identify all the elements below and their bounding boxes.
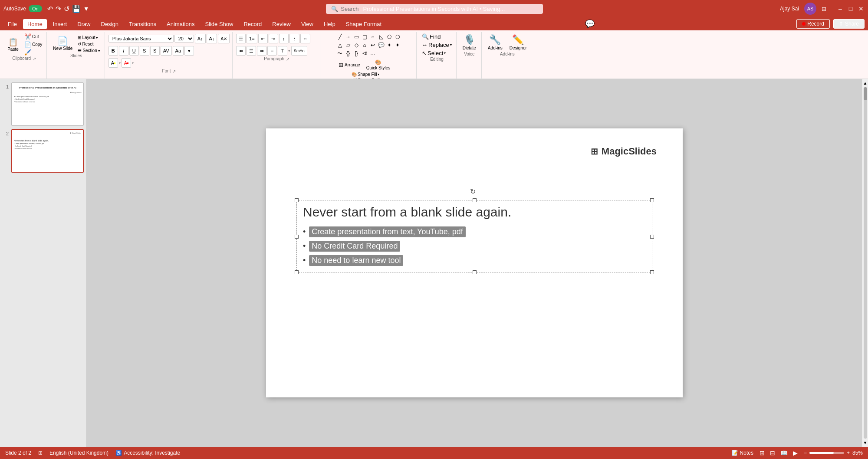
columns-btn[interactable]: ⋮ [289,34,299,43]
paste-button[interactable]: 📋 Paste [4,36,22,52]
shape-funnel[interactable]: ⏿ [361,49,368,57]
record-button[interactable]: Record [796,19,830,29]
scroll-down-icon[interactable]: ▼ [863,440,868,445]
underline-button[interactable]: U [129,46,139,56]
shape-trapezoid[interactable]: ⌂ [361,41,368,49]
shape-star4[interactable]: ✦ [385,41,393,49]
menu-home[interactable]: Home [23,19,47,29]
menu-draw[interactable]: Draw [73,19,95,29]
redo-icon[interactable]: ↷ [56,5,61,13]
shape-wave[interactable]: 〜 [336,49,344,57]
designer-button[interactable]: ✏️ Designer [507,33,529,52]
menu-review[interactable]: Review [268,19,295,29]
autosave-toggle[interactable]: On [29,5,42,12]
numbering-btn[interactable]: 1≡ [247,34,257,43]
scroll-up-icon[interactable]: ▲ [863,81,868,85]
shape-line[interactable]: ╱ [336,33,344,41]
zoom-in-icon[interactable]: + [847,450,850,456]
menu-shapeformat[interactable]: Shape Format [342,19,386,29]
search-input[interactable] [341,6,538,12]
slide-preview-1[interactable]: Professional Presentations in Seconds wi… [11,82,84,126]
shape-rt-triangle[interactable]: ◺ [377,33,385,41]
user-avatar[interactable]: AS [804,3,816,15]
menu-record[interactable]: Record [239,19,266,29]
shape-pentagon[interactable]: ⬠ [385,33,393,41]
slideshow-btn[interactable]: ▶ [791,449,799,457]
maximize-icon[interactable]: □ [847,5,854,12]
shape-hexagon[interactable]: ⬡ [394,33,401,41]
shape-parallelogram[interactable]: ▱ [344,41,352,49]
handle-bottom-right[interactable] [650,270,654,274]
menu-view[interactable]: View [297,19,318,29]
normal-view-btn[interactable]: ⊞ [758,449,766,457]
slide-thumb-2[interactable]: 2 🖥 MagicSlides Never start from a blank… [3,129,84,173]
handle-middle-right[interactable] [650,235,654,239]
font-color-btn[interactable]: A [122,58,131,68]
section-button[interactable]: ☰ Section ▾ [76,48,102,53]
shape-diamond[interactable]: ◇ [352,41,360,49]
comment-icon[interactable]: 💬 [585,19,595,29]
refresh-icon[interactable]: ↺ [64,5,69,13]
shape-rect[interactable]: ▭ [352,33,360,41]
menu-help[interactable]: Help [319,19,340,29]
handle-top-left[interactable] [295,198,299,202]
shape-arrow[interactable]: → [344,33,352,41]
shape-callout[interactable]: 💬 [377,41,385,49]
accessibility-info[interactable]: ♿ Accessibility: Investigate [115,450,180,456]
shape-bracket[interactable]: {} [344,49,352,57]
strikethrough-button[interactable]: S [140,46,149,56]
cut-button[interactable]: ✂️ Cut [23,33,44,40]
align-center-btn[interactable]: ☰ [247,46,256,56]
italic-button[interactable]: I [119,46,128,56]
shape-oval[interactable]: ○ [369,33,377,41]
shape-fill-btn[interactable]: 🎨 Shape Fill ▾ [350,72,389,77]
menu-slideshow[interactable]: Slide Show [201,19,237,29]
menu-design[interactable]: Design [97,19,123,29]
charspacing-button[interactable]: AV [161,46,172,56]
menu-insert[interactable]: Insert [49,19,72,29]
smart-art-btn[interactable]: SmArt [291,46,307,56]
menu-transitions[interactable]: Transitions [125,19,161,29]
canvas-area[interactable]: ⊞ MagicSlides ↻ Never start from a blank… [87,79,862,447]
shadow-button[interactable]: S [150,46,160,56]
highlight-color-btn[interactable]: A [108,58,118,68]
text-box-selected[interactable]: ↻ Never start from a blank slide again. … [296,200,652,272]
decrease-indent-btn[interactable]: ⇤ [258,34,268,43]
format-painter-button[interactable]: 🖌️ [23,49,44,56]
shape-curved-arrow[interactable]: ↩ [369,41,377,49]
layout-button[interactable]: ⊞ Layout ▾ [76,35,102,40]
quick-styles-button[interactable]: 🎨 Quick Styles [364,58,393,72]
menu-file[interactable]: File [3,19,21,29]
handle-bottom-left[interactable] [295,270,299,274]
font-family-select[interactable]: Plus Jakarta Sans [108,35,174,43]
window-icon1[interactable]: ⊟ [822,6,826,12]
addins-button[interactable]: 🔧 Add-ins [485,33,505,52]
handle-bottom-center[interactable] [473,270,477,274]
share-button[interactable]: ⇑ Share [833,19,865,29]
handle-top-center[interactable] [473,198,477,202]
align-left-btn[interactable]: ⬅ [236,46,246,56]
close-icon[interactable]: ✕ [858,5,865,12]
text-dir-btn[interactable]: ↔ [300,34,310,43]
decrease-font-btn[interactable]: A↓ [207,34,217,43]
menu-animations[interactable]: Animations [162,19,199,29]
scroll-track[interactable] [864,87,867,439]
copy-button[interactable]: 📄 Copy [23,41,44,48]
new-slide-button[interactable]: 📄 New Slide [50,34,75,52]
notes-button[interactable]: 📝 Notes [732,450,753,456]
slide-preview-2[interactable]: 🖥 MagicSlides Never start from a blank s… [11,129,84,173]
clear-formatting-btn[interactable]: A✕ [218,34,230,43]
rotate-handle[interactable]: ↻ [470,187,476,196]
line-spacing-btn[interactable]: ↕ [279,34,289,43]
zoom-out-icon[interactable]: − [804,450,807,456]
zoom-slider[interactable] [809,452,844,454]
find-button[interactable]: 🔍 Find [420,33,454,40]
shape-rounded-rect[interactable]: ▢ [361,33,368,41]
replace-button[interactable]: ↔ Replace ▾ [420,41,454,49]
slide-thumb-1[interactable]: 1 Professional Presentations in Seconds … [3,82,84,126]
save-icon[interactable]: 💾 [72,5,81,13]
shape-brace[interactable]: [} [352,49,360,57]
valign-btn[interactable]: ⊤ [278,46,287,56]
bold-button[interactable]: B [108,46,118,56]
right-scrollbar[interactable]: ▲ ▼ [862,79,868,447]
